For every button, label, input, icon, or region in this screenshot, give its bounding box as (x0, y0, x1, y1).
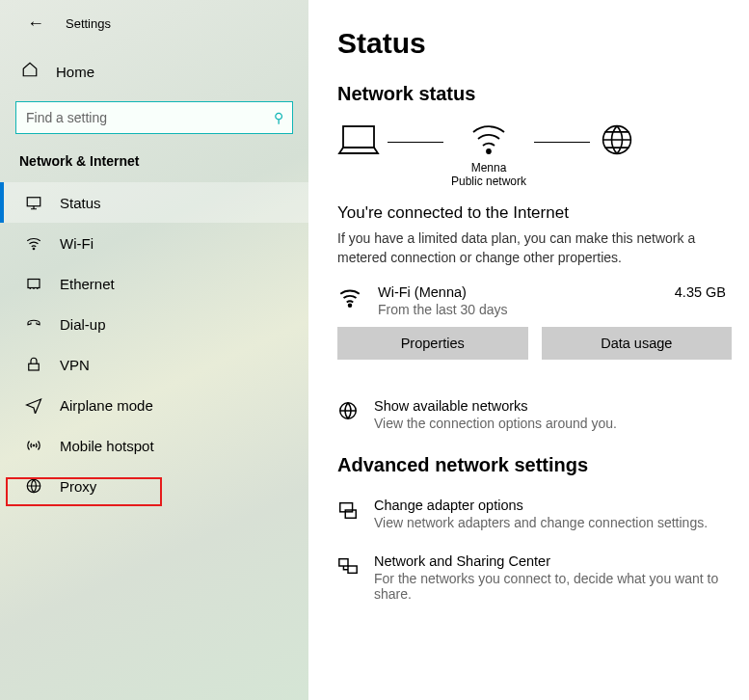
option-sub: View the connection options around you. (374, 416, 617, 431)
svg-rect-3 (29, 363, 40, 370)
nav-hotspot[interactable]: Mobile hotspot (0, 425, 308, 466)
option-title: Show available networks (374, 398, 617, 414)
svg-rect-13 (339, 559, 348, 566)
nav-label: Proxy (60, 478, 96, 495)
nav-label: Ethernet (60, 276, 115, 292)
nav-home-label: Home (56, 64, 94, 80)
connected-heading: You're connected to the Internet (337, 203, 732, 223)
svg-point-9 (349, 304, 352, 307)
nav-label: Status (60, 195, 101, 211)
svg-point-1 (33, 248, 35, 250)
adapter-icon (337, 499, 359, 521)
nav-label: Dial-up (60, 316, 106, 333)
proxy-icon (25, 477, 42, 495)
back-arrow-icon[interactable]: ← (27, 13, 44, 34)
sharing-icon (337, 555, 359, 577)
nav-vpn[interactable]: VPN (0, 344, 308, 385)
nav-ethernet[interactable]: Ethernet (0, 263, 308, 304)
show-available-networks[interactable]: Show available networks View the connect… (337, 398, 732, 431)
svg-rect-14 (348, 566, 357, 573)
page-title: Status (337, 27, 732, 60)
wifi-ap-icon (469, 122, 508, 161)
ethernet-icon (25, 275, 42, 292)
diagram-ap-name: Menna (471, 161, 507, 175)
section-title: Network status (337, 83, 732, 105)
network-diagram: MennaPublic network (337, 122, 732, 190)
wifi-icon (25, 234, 42, 252)
nav-proxy[interactable]: Proxy (0, 466, 308, 506)
connection-name: Wi-Fi (Menna) (378, 284, 659, 300)
connection-row: Wi-Fi (Menna) From the last 30 days 4.35… (337, 284, 732, 317)
svg-rect-0 (27, 198, 40, 206)
search-icon: ⚲ (274, 110, 283, 125)
network-sharing-center[interactable]: Network and Sharing Center For the netwo… (337, 553, 732, 602)
nav-label: Wi-Fi (60, 235, 94, 252)
sidebar: ← Settings Home ⚲ Network & Internet Sta… (0, 0, 308, 700)
nav-home[interactable]: Home (0, 51, 308, 92)
nav-label: Mobile hotspot (60, 438, 154, 454)
category-label: Network & Internet (0, 153, 308, 182)
nav-wifi[interactable]: Wi-Fi (0, 223, 308, 263)
nav-label: Airplane mode (60, 397, 153, 414)
app-title: Settings (66, 16, 111, 31)
svg-point-7 (487, 149, 491, 153)
nav-airplane[interactable]: Airplane mode (0, 385, 308, 425)
globe-icon (337, 400, 359, 421)
svg-point-4 (33, 444, 35, 446)
connection-meta: From the last 30 days (378, 302, 659, 317)
nav-dialup[interactable]: Dial-up (0, 304, 308, 344)
nav-status[interactable]: Status (0, 182, 308, 223)
change-adapter-options[interactable]: Change adapter options View network adap… (337, 498, 732, 530)
wifi-icon (337, 284, 362, 313)
option-sub: View network adapters and change connect… (374, 515, 708, 530)
hotspot-icon (25, 437, 42, 454)
svg-rect-2 (28, 280, 40, 288)
home-icon (21, 61, 39, 82)
vpn-icon (25, 356, 42, 373)
main-content: Status Network status MennaPublic networ… (308, 0, 749, 700)
data-usage-button[interactable]: Data usage (542, 327, 733, 360)
nav-label: VPN (60, 357, 90, 373)
globe-icon (598, 122, 636, 161)
connection-data: 4.35 GB (675, 284, 732, 300)
search-input[interactable] (15, 101, 293, 134)
pc-icon (337, 122, 380, 161)
properties-button[interactable]: Properties (337, 327, 528, 360)
diagram-ap-type: Public network (451, 175, 526, 188)
option-title: Change adapter options (374, 498, 708, 513)
option-title: Network and Sharing Center (374, 553, 732, 569)
advanced-heading: Advanced network settings (337, 454, 732, 476)
dialup-icon (25, 315, 42, 333)
option-sub: For the networks you connect to, decide … (374, 571, 732, 602)
svg-rect-6 (343, 126, 374, 148)
airplane-icon (25, 396, 42, 414)
status-icon (25, 194, 42, 211)
connected-desc: If you have a limited data plan, you can… (337, 229, 732, 267)
